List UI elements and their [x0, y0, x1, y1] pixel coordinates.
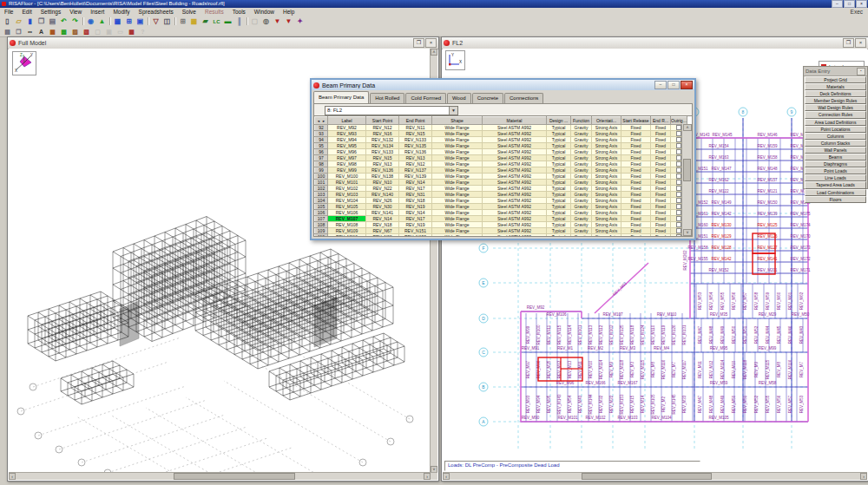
- print-view-icon[interactable]: ▤: [2, 28, 13, 36]
- cell-orientation[interactable]: Strong Axis: [592, 210, 621, 216]
- row-number[interactable]: 97: [315, 155, 328, 161]
- find-icon[interactable]: ∞: [24, 28, 36, 36]
- row-number[interactable]: 104: [315, 198, 328, 204]
- cell-orientation[interactable]: Strong Axis: [592, 131, 621, 137]
- col-header-material[interactable]: Material: [483, 117, 547, 125]
- app-titlebar[interactable]: RISAFloor - [C:\Users\BenHollett\Documen…: [0, 0, 868, 8]
- cell-start-point[interactable]: REV_N133: [366, 149, 399, 155]
- menu-file[interactable]: File: [0, 9, 17, 15]
- cell-start-point[interactable]: REV_N134: [366, 143, 399, 149]
- data-entry-item-beams[interactable]: Beams: [805, 154, 866, 161]
- outrigger-checkbox[interactable]: [676, 198, 681, 203]
- cell-shape[interactable]: Wide Flange: [432, 149, 483, 155]
- cell-label[interactable]: REV_M107: [328, 216, 366, 222]
- cell-material[interactable]: Steel ASTM A992: [483, 174, 547, 180]
- full-model-hscrollbar[interactable]: ‹ ›: [9, 472, 437, 480]
- cell-shape[interactable]: Wide Flange: [432, 204, 483, 210]
- menu-settings[interactable]: Settings: [36, 9, 66, 15]
- data-entry-item-load-combinations[interactable]: Load Combinations: [805, 189, 866, 196]
- cell-orientation[interactable]: Strong Axis: [592, 161, 621, 167]
- scroll-down-icon[interactable]: ˅: [683, 229, 692, 236]
- cell-shape[interactable]: Wide Flange: [432, 137, 483, 143]
- data-entry-item-wall-design-rules[interactable]: Wall Design Rules: [805, 104, 866, 111]
- tab-cold-formed[interactable]: Cold Formed: [405, 93, 446, 103]
- cell-design[interactable]: Typical: [547, 180, 571, 186]
- print-icon[interactable]: ▤: [47, 16, 58, 26]
- cell-end-release[interactable]: Fixed: [651, 222, 671, 228]
- cell-design[interactable]: Typical: [547, 174, 571, 180]
- cell-start-release[interactable]: Fixed: [621, 192, 651, 198]
- cell-label[interactable]: REV_M104: [328, 198, 366, 204]
- cell-material[interactable]: Steel ASTM A992: [483, 167, 547, 174]
- cell-shape[interactable]: Wide Flange: [432, 167, 483, 174]
- cell-start-point[interactable]: REV_N26: [366, 198, 399, 204]
- cell-start-release[interactable]: Fixed: [621, 161, 651, 167]
- cell-end-release[interactable]: Fixed: [651, 228, 671, 234]
- cell-function[interactable]: Gravity: [571, 186, 592, 192]
- outrigger-checkbox[interactable]: [676, 234, 681, 237]
- cell-label[interactable]: REV_M99: [328, 167, 366, 174]
- row-number[interactable]: 99: [315, 167, 328, 174]
- cell-start-point[interactable]: REV_N16: [366, 131, 399, 137]
- data-entry-item-deck-definitions[interactable]: Deck Definitions: [805, 90, 866, 97]
- cell-start-release[interactable]: Fixed: [621, 198, 651, 204]
- cell-material[interactable]: Steel ASTM A992: [483, 216, 547, 222]
- cell-end-point[interactable]: REV_N151: [399, 228, 432, 234]
- cell-design[interactable]: Typical: [547, 186, 571, 192]
- tab-beam-primary-data[interactable]: Beam Primary Data: [313, 91, 369, 103]
- row-number[interactable]: 106: [315, 210, 328, 216]
- cell-start-point[interactable]: REV_N67: [366, 228, 399, 234]
- cell-end-release[interactable]: Fixed: [651, 167, 671, 174]
- cell-orientation[interactable]: Strong Axis: [592, 180, 621, 186]
- tab-wood[interactable]: Wood: [447, 93, 471, 103]
- cell-label[interactable]: REV_M110: [328, 234, 366, 238]
- open-icon[interactable]: ▱: [13, 16, 24, 26]
- data-entry-item-point-loads[interactable]: Point Loads: [805, 167, 866, 174]
- data-entry-item-columns[interactable]: Columns: [805, 133, 866, 140]
- cell-end-release[interactable]: Fixed: [651, 234, 671, 238]
- cell-design[interactable]: Typical: [547, 125, 571, 131]
- fl2-close-button[interactable]: ×: [855, 38, 866, 48]
- row-number[interactable]: 103: [315, 192, 328, 198]
- project-grid-icon[interactable]: ⊞: [177, 16, 188, 26]
- cell-end-point[interactable]: REV_N14: [399, 210, 432, 216]
- cell-shape[interactable]: Wide Flange: [432, 155, 483, 161]
- dialog-minimize-button[interactable]: –: [654, 81, 667, 89]
- cell-function[interactable]: Gravity: [571, 216, 592, 222]
- cell-design[interactable]: Typical: [547, 234, 571, 238]
- cell-shape[interactable]: Wide Flange: [432, 216, 483, 222]
- cell-start-release[interactable]: Fixed: [621, 210, 651, 216]
- cell-end-point[interactable]: REV_N152: [399, 234, 432, 238]
- tab-hot-rolled[interactable]: Hot Rolled: [370, 93, 404, 103]
- cell-start-release[interactable]: Fixed: [621, 143, 651, 149]
- cell-end-release[interactable]: Fixed: [651, 125, 671, 131]
- cell-start-point[interactable]: REV_N132: [366, 137, 399, 143]
- cell-end-point[interactable]: REV_N19: [399, 204, 432, 210]
- menu-help[interactable]: Help: [279, 9, 299, 15]
- cell-start-release[interactable]: Fixed: [621, 155, 651, 161]
- outrigger-checkbox[interactable]: [676, 186, 681, 191]
- cell-function[interactable]: Gravity: [571, 161, 592, 167]
- cell-end-release[interactable]: Fixed: [651, 161, 671, 167]
- menu-spreadsheets[interactable]: Spreadsheets: [135, 9, 178, 15]
- cell-start-release[interactable]: Fixed: [621, 216, 651, 222]
- menu-insert[interactable]: Insert: [86, 9, 108, 15]
- cell-start-point[interactable]: REV_N138: [366, 174, 399, 180]
- cell-design[interactable]: Typical: [547, 204, 571, 210]
- row-number[interactable]: 96: [315, 149, 328, 155]
- cell-end-point[interactable]: REV_N133: [399, 137, 432, 143]
- full-model-close-button[interactable]: ×: [425, 38, 437, 48]
- row-number[interactable]: 107: [315, 216, 328, 222]
- loads-table-icon[interactable]: ▦: [188, 16, 200, 26]
- cell-label[interactable]: REV_M109: [328, 228, 366, 234]
- outrigger-checkbox[interactable]: [676, 125, 681, 130]
- copy-view-icon[interactable]: ❐: [13, 28, 24, 36]
- cell-function[interactable]: Gravity: [571, 174, 592, 180]
- outrigger-checkbox[interactable]: [676, 149, 681, 154]
- cell-start-release[interactable]: Fixed: [621, 228, 651, 234]
- col-header-function[interactable]: Function: [571, 117, 592, 125]
- scroll-left-icon[interactable]: ‹: [9, 473, 16, 480]
- outrigger-checkbox[interactable]: [676, 174, 681, 179]
- cell-start-release[interactable]: Fixed: [621, 149, 651, 155]
- column-icon[interactable]: ║: [233, 16, 245, 26]
